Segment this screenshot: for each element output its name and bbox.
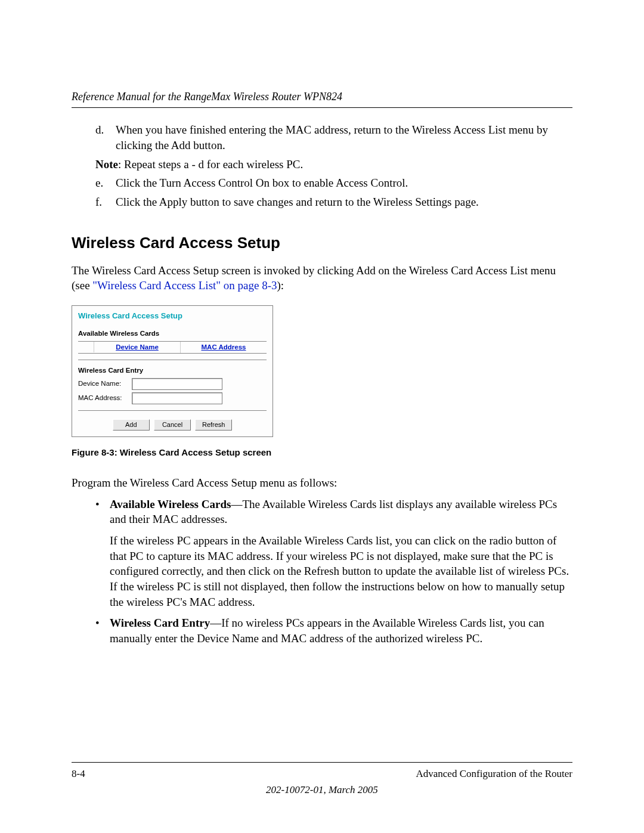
cancel-button[interactable]: Cancel xyxy=(154,419,191,431)
section-heading: Wireless Card Access Setup xyxy=(72,233,572,253)
step-list: d. When you have finished entering the M… xyxy=(95,122,572,153)
mac-address-row: MAC Address: xyxy=(78,392,267,404)
step-marker: e. xyxy=(95,175,116,191)
note-text: : Repeat steps a - d for each wireless P… xyxy=(118,158,303,171)
program-intro: Program the Wireless Card Access Setup m… xyxy=(72,475,572,491)
page-footer: 8-4 Advanced Configuration of the Router… xyxy=(72,757,572,797)
document-id: 202-10072-01, March 2005 xyxy=(72,784,572,797)
step-d: d. When you have finished entering the M… xyxy=(95,122,572,153)
figure-caption: Figure 8-3: Wireless Card Access Setup s… xyxy=(72,447,572,459)
step-text: Click the Turn Access Control On box to … xyxy=(116,175,572,191)
mac-address-label: MAC Address: xyxy=(78,394,132,403)
figure-separator xyxy=(78,360,267,360)
note-line: Note: Repeat steps a - d for each wirele… xyxy=(95,157,572,172)
available-cards-table: Device Name MAC Address xyxy=(78,341,267,354)
bullet-sub-paragraph: If the wireless PC appears in the Availa… xyxy=(110,533,572,609)
step-marker: f. xyxy=(95,194,116,210)
device-name-input[interactable] xyxy=(132,378,222,390)
step-marker: d. xyxy=(95,122,116,153)
table-header-row: Device Name MAC Address xyxy=(78,342,267,354)
col-device-name[interactable]: Device Name xyxy=(94,342,181,354)
add-button[interactable]: Add xyxy=(113,419,150,431)
wireless-card-entry-heading: Wireless Card Entry xyxy=(78,366,267,376)
figure-panel: Wireless Card Access Setup Available Wir… xyxy=(72,305,273,437)
page-number: 8-4 xyxy=(72,767,85,781)
intro-paragraph: The Wireless Card Access Setup screen is… xyxy=(72,263,572,293)
bullet-term: Wireless Card Entry xyxy=(110,617,210,629)
step-f: f. Click the Apply button to save change… xyxy=(95,194,572,210)
bullet-text: Wireless Card Entry—If no wireless PCs a… xyxy=(110,615,572,646)
header-rule xyxy=(72,107,572,108)
refresh-button[interactable]: Refresh xyxy=(195,419,232,431)
col-mac-address[interactable]: MAC Address xyxy=(181,342,267,354)
radio-column-header xyxy=(78,342,94,352)
bullet-marker: • xyxy=(95,497,110,527)
intro-link[interactable]: "Wireless Card Access List" on page 8-3 xyxy=(92,279,277,292)
bullet-term: Available Wireless Cards xyxy=(110,498,231,510)
bullet-text: Available Wireless Cards—The Available W… xyxy=(110,497,572,527)
chapter-title: Advanced Configuration of the Router xyxy=(416,767,573,781)
bullet-marker: • xyxy=(95,615,110,646)
footer-rule xyxy=(72,762,572,763)
figure-title: Wireless Card Access Setup xyxy=(78,311,267,321)
note-label: Note xyxy=(95,158,118,171)
step-text: When you have finished entering the MAC … xyxy=(116,122,572,153)
intro-text-post: ): xyxy=(277,279,284,292)
mac-address-input[interactable] xyxy=(132,392,222,404)
device-name-label: Device Name: xyxy=(78,379,132,389)
bullet-item: • Wireless Card Entry—If no wireless PCs… xyxy=(95,615,572,646)
bullet-item: • Available Wireless Cards—The Available… xyxy=(95,497,572,527)
available-cards-heading: Available Wireless Cards xyxy=(78,329,267,339)
figure-separator xyxy=(78,410,267,411)
figure-button-row: Add Cancel Refresh xyxy=(78,419,267,431)
step-text: Click the Apply button to save changes a… xyxy=(116,194,572,210)
running-header: Reference Manual for the RangeMax Wirele… xyxy=(72,89,572,104)
step-e: e. Click the Turn Access Control On box … xyxy=(95,175,572,191)
bullet-list: • Available Wireless Cards—The Available… xyxy=(95,497,572,527)
device-name-row: Device Name: xyxy=(78,378,267,390)
